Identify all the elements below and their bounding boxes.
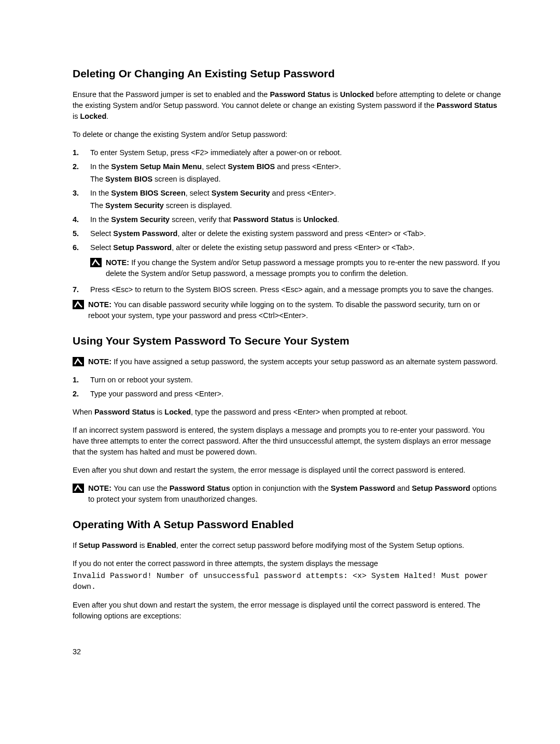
- steps-list-1: 1. To enter System Setup, press <F2> imm…: [73, 147, 503, 295]
- body-paragraph: If you do not enter the correct password…: [73, 558, 503, 569]
- list-item: 4. In the System Security screen, verify…: [73, 214, 503, 225]
- note-icon: [73, 300, 84, 309]
- intro-paragraph: Ensure that the Password jumper is set t…: [73, 89, 503, 122]
- note-icon: [90, 258, 102, 267]
- list-item: 2.Type your password and press <Enter>.: [73, 389, 503, 399]
- list-item: 5. Select System Password, alter or dele…: [73, 228, 503, 239]
- note-block: NOTE: If you change the System and/or Se…: [90, 257, 503, 279]
- list-item: 3. In the System BIOS Screen, select Sys…: [73, 188, 503, 211]
- list-item: 7. Press <Esc> to return to the System B…: [73, 284, 503, 295]
- heading-deleting: Deleting Or Changing An Existing Setup P…: [73, 67, 503, 80]
- note-icon: [73, 357, 84, 366]
- note-icon: [73, 484, 84, 493]
- body-paragraph: If an incorrect system password is enter…: [73, 425, 503, 458]
- svg-rect-2: [73, 357, 84, 366]
- command-output: Invalid Password! Number of unsuccessful…: [73, 571, 503, 593]
- list-item: 6. Select Setup Password, alter or delet…: [73, 242, 503, 279]
- list-item: 2. In the System Setup Main Menu, select…: [73, 161, 503, 185]
- svg-rect-0: [90, 258, 102, 267]
- body-paragraph: If Setup Password is Enabled, enter the …: [73, 540, 503, 551]
- svg-rect-3: [73, 484, 84, 493]
- note-text: NOTE: You can disable password security …: [88, 299, 503, 321]
- steps-list-2: 1.Turn on or reboot your system. 2.Type …: [73, 375, 503, 399]
- list-item: 1.Turn on or reboot your system.: [73, 375, 503, 385]
- list-item: 1. To enter System Setup, press <F2> imm…: [73, 147, 503, 158]
- body-paragraph: Even after you shut down and restart the…: [73, 465, 503, 476]
- heading-operating: Operating With A Setup Password Enabled: [73, 518, 503, 531]
- body-paragraph: When Password Status is Locked, type the…: [73, 407, 503, 418]
- lead-paragraph: To delete or change the existing System …: [73, 129, 503, 140]
- heading-using: Using Your System Password To Secure You…: [73, 335, 503, 347]
- document-page: Deleting Or Changing An Existing Setup P…: [0, 0, 560, 687]
- note-block: NOTE: You can use the Password Status op…: [73, 483, 503, 505]
- note-text: NOTE: If you change the System and/or Se…: [106, 257, 503, 279]
- note-text: NOTE: You can use the Password Status op…: [88, 483, 503, 505]
- note-block: NOTE: If you have assigned a setup passw…: [73, 356, 503, 367]
- page-number: 32: [73, 647, 503, 656]
- note-text: NOTE: If you have assigned a setup passw…: [88, 356, 498, 367]
- note-block: NOTE: You can disable password security …: [73, 299, 503, 321]
- body-paragraph: Even after you shut down and restart the…: [73, 600, 503, 622]
- svg-rect-1: [73, 300, 84, 309]
